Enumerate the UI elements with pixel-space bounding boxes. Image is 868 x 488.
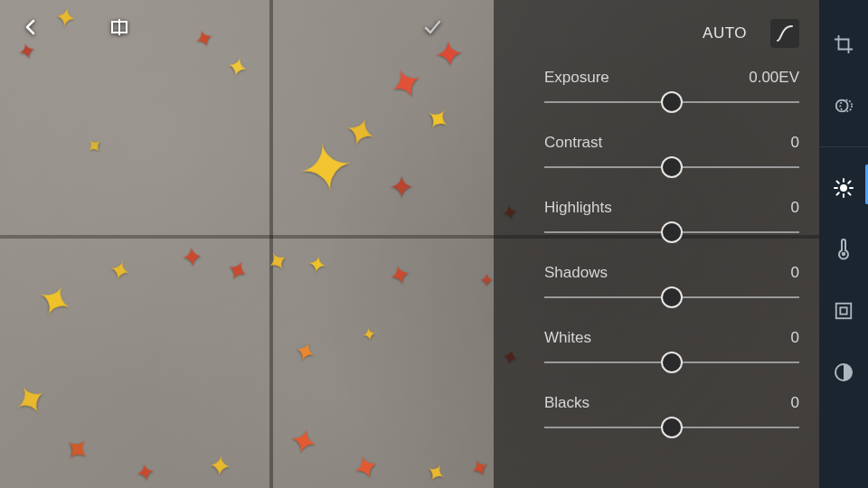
optics-icon [833, 362, 854, 382]
slider-thumb[interactable] [661, 91, 683, 113]
tone-curve-icon [775, 23, 795, 43]
leaf: ✦ [500, 202, 520, 225]
slider-thumb[interactable] [661, 352, 683, 373]
tool-detail[interactable] [830, 297, 857, 324]
tool-strip-divider [819, 146, 868, 147]
confirm-button[interactable] [420, 14, 445, 40]
leaf: ✦ [52, 3, 80, 33]
slider-value: 0 [791, 394, 799, 412]
color-temperature-icon [835, 239, 853, 260]
crop-icon [834, 34, 854, 54]
tool-crop[interactable] [830, 31, 857, 58]
leaf: ✦ [479, 271, 495, 289]
svg-point-13 [842, 252, 845, 256]
slider-track[interactable] [544, 222, 799, 242]
photo-canvas[interactable]: ✦✦✦✦✦✦✦✦✦✦✦✦✦✦✦✦✦✦✦✦✦✦✦✦✦✦✦✦✦✦✦ [0, 0, 819, 488]
leaf: ✦ [432, 35, 466, 74]
slider-track[interactable] [544, 92, 799, 112]
compare-button[interactable] [107, 14, 132, 40]
slider-blacks: Blacks0 [544, 389, 799, 446]
leaf: ✦ [389, 172, 414, 202]
slider-label: Contrast [544, 134, 602, 152]
slider-track[interactable] [544, 287, 799, 307]
leaf: ✦ [134, 459, 157, 485]
svg-line-10 [848, 192, 850, 194]
tool-optics[interactable] [830, 359, 857, 386]
app-root: ✦✦✦✦✦✦✦✦✦✦✦✦✦✦✦✦✦✦✦✦✦✦✦✦✦✦✦✦✦✦✦ [0, 0, 868, 488]
svg-rect-15 [840, 307, 846, 314]
slider-value: 0 [791, 264, 799, 282]
slider-value: 0 [791, 134, 799, 152]
svg-rect-14 [836, 304, 852, 319]
tool-color[interactable] [830, 236, 857, 263]
slider-thumb[interactable] [661, 156, 683, 178]
svg-point-4 [840, 184, 847, 192]
slider-value: 0.00EV [749, 69, 799, 87]
detail-icon [834, 301, 854, 321]
svg-line-11 [837, 192, 839, 194]
slider-label: Exposure [544, 69, 609, 87]
slider-highlights: Highlights0 [544, 193, 799, 251]
tone-curve-button[interactable] [770, 19, 799, 48]
slider-label: Shadows [544, 264, 608, 282]
slider-thumb[interactable] [661, 221, 683, 243]
leaf: ✦ [360, 324, 378, 345]
presets-icon [834, 96, 854, 116]
slider-track[interactable] [544, 157, 799, 177]
leaf: ✦ [207, 451, 234, 482]
auto-button[interactable]: AUTO [693, 21, 756, 46]
svg-line-12 [848, 182, 850, 183]
sliders-list: Exposure0.00EVContrast0Highlights0Shadow… [544, 63, 799, 446]
tool-strip [819, 0, 868, 488]
leaf: ✦ [306, 251, 329, 277]
slider-shadows: Shadows0 [544, 258, 799, 316]
check-icon [422, 17, 442, 37]
slider-thumb[interactable] [661, 417, 683, 438]
slider-whites: Whites0 [544, 324, 799, 381]
slider-label: Highlights [544, 199, 612, 217]
adjustments-panel: AUTO Exposure0.00EVContrast0Highlights0S… [526, 0, 819, 488]
tool-light[interactable] [830, 174, 857, 202]
tool-presets[interactable] [830, 92, 857, 119]
compare-icon [109, 17, 129, 37]
light-icon [833, 177, 854, 199]
back-button[interactable] [18, 14, 43, 40]
chevron-left-icon [23, 19, 39, 35]
slider-exposure: Exposure0.00EV [544, 63, 799, 121]
slider-value: 0 [791, 199, 799, 217]
slider-thumb[interactable] [661, 286, 683, 308]
slider-label: Whites [544, 329, 591, 347]
slider-track[interactable] [544, 352, 799, 372]
leaf: ✦ [180, 243, 205, 272]
svg-line-9 [837, 182, 839, 183]
slider-value: 0 [791, 329, 799, 347]
slider-track[interactable] [544, 418, 799, 437]
slider-contrast: Contrast0 [544, 128, 799, 186]
adjustments-panel-header: AUTO [544, 13, 799, 54]
slider-label: Blacks [544, 394, 590, 412]
